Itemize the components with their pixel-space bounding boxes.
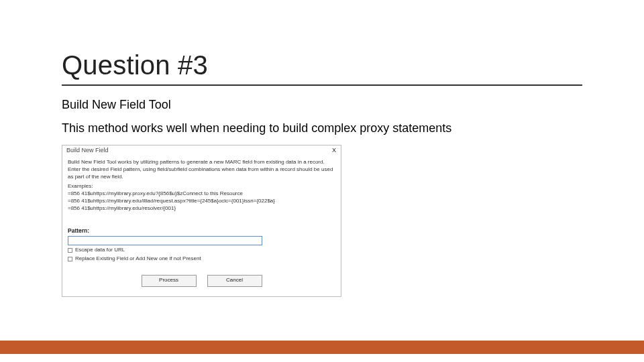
cancel-button[interactable]: Cancel: [207, 275, 262, 287]
escape-url-checkbox-row[interactable]: Escape data for URL: [68, 247, 335, 254]
dialog-titlebar: Build New Field X: [62, 145, 341, 155]
checkbox-icon[interactable]: [68, 248, 72, 253]
example-line-1: =856 41$uhttps://mylibrary.proxy.edu?{85…: [68, 190, 335, 198]
replace-field-checkbox-row[interactable]: Replace Existing Field or Add New one if…: [68, 255, 335, 263]
close-icon[interactable]: X: [330, 146, 338, 154]
examples-label: Examples:: [68, 183, 335, 190]
pattern-label: Pattern:: [68, 227, 335, 235]
checkbox-icon[interactable]: [68, 257, 72, 261]
slide-title: Question #3: [62, 50, 582, 80]
dialog-body: Build New Field Tool works by utilizing …: [62, 155, 341, 296]
build-new-field-dialog: Build New Field X Build New Field Tool w…: [62, 145, 341, 297]
process-button[interactable]: Process: [142, 275, 197, 287]
content-area: Question #3 Build New Field Tool This me…: [62, 50, 582, 297]
dialog-intro-text: Build New Field Tool works by utilizing …: [68, 159, 335, 180]
footer-accent-bar: [0, 341, 644, 354]
replace-field-label: Replace Existing Field or Add New one if…: [75, 255, 201, 263]
slide: Question #3 Build New Field Tool This me…: [0, 0, 644, 362]
slide-description: This method works well when needing to b…: [62, 121, 582, 135]
title-underline: [62, 84, 582, 86]
example-line-3: =856 41$uhttps://mylibrary.edu/resolver/…: [68, 205, 335, 213]
escape-url-label: Escape data for URL: [75, 247, 125, 254]
slide-subtitle: Build New Field Tool: [62, 98, 582, 112]
pattern-input[interactable]: [68, 236, 262, 245]
dialog-button-row: Process Cancel: [68, 275, 335, 287]
dialog-title: Build New Field: [66, 147, 109, 154]
example-line-2: =856 41$uhttps://mylibrary.edu/illiad/re…: [68, 198, 335, 205]
